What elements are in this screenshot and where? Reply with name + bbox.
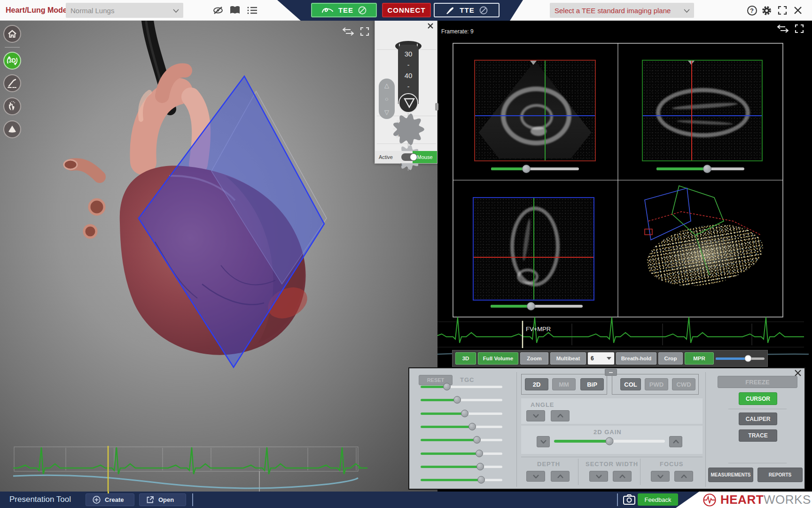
zoom-button[interactable]: Zoom xyxy=(520,352,548,365)
tte-probe-icon xyxy=(445,6,455,15)
create-button[interactable]: Create xyxy=(86,493,134,506)
help-button[interactable]: ? xyxy=(746,5,757,16)
hide-model-icon[interactable] xyxy=(212,5,224,16)
slider-thumb[interactable] xyxy=(606,437,614,445)
gain-label: 2D GAIN xyxy=(593,429,622,436)
crop-button[interactable]: Crop xyxy=(658,352,683,365)
home-view-button[interactable] xyxy=(3,25,21,43)
mode-bip-button[interactable]: BiP xyxy=(580,378,604,390)
viewport-ecg-trace xyxy=(13,447,367,474)
tgc-slider-4[interactable] xyxy=(421,424,502,430)
gain-up-button[interactable] xyxy=(669,436,682,447)
slider-thumb[interactable] xyxy=(473,436,481,444)
slider-thumb[interactable] xyxy=(744,355,751,362)
sector-up-button[interactable] xyxy=(613,471,632,482)
slider-thumb[interactable] xyxy=(461,410,468,417)
settings-button[interactable] xyxy=(761,5,772,16)
chevron-down-icon xyxy=(540,440,547,444)
rotate-3d-button[interactable]: 3D xyxy=(3,52,21,70)
gain-down-button[interactable] xyxy=(537,436,550,447)
fullscreen-button[interactable] xyxy=(777,5,788,16)
slider-thumb[interactable] xyxy=(443,383,451,390)
mode-3d-button[interactable]: 3D xyxy=(455,352,476,365)
tgc-slider-8[interactable] xyxy=(421,477,502,484)
slider-thumb[interactable] xyxy=(476,463,484,470)
mpr-view-3[interactable] xyxy=(473,197,594,301)
slider-thumb[interactable] xyxy=(703,165,711,173)
focus-up-button[interactable] xyxy=(674,471,693,482)
popup-side-pin[interactable] xyxy=(435,103,438,111)
tee-plane-dropdown[interactable]: Select a TEE standard imaging plane xyxy=(550,3,694,18)
red-plane-line[interactable] xyxy=(474,257,593,258)
mode-2d-button[interactable]: 2D xyxy=(525,378,548,390)
probe-tool-button[interactable] xyxy=(3,74,21,92)
us-swap-button[interactable] xyxy=(777,24,789,34)
tee-probe-button[interactable]: TEE xyxy=(311,3,377,17)
connect-button[interactable]: CONNECT xyxy=(382,3,431,17)
mpr2-depth-slider[interactable] xyxy=(656,164,744,174)
tgc-slider-1[interactable] xyxy=(421,384,502,390)
close-app-button[interactable] xyxy=(792,5,804,16)
depth-down-button[interactable] xyxy=(526,471,545,482)
slider-thumb[interactable] xyxy=(468,423,476,430)
mode-cwd-button[interactable]: CWD xyxy=(672,378,695,390)
heart-3d-viewport[interactable] xyxy=(0,21,437,492)
mpr-button[interactable]: MPR xyxy=(685,352,714,365)
slider-thumb[interactable] xyxy=(522,165,531,173)
angle-up-button[interactable] xyxy=(551,410,570,421)
hand-tool-button[interactable] xyxy=(3,97,21,115)
tte-probe-button[interactable]: TTE xyxy=(434,3,500,17)
focus-down-button[interactable] xyxy=(651,471,670,482)
list-icon[interactable] xyxy=(247,5,258,16)
green-plane-line[interactable] xyxy=(545,61,546,160)
blue-plane-line[interactable] xyxy=(643,115,762,116)
sector-down-button[interactable] xyxy=(589,471,608,482)
breath-hold-button[interactable]: Breath-hold xyxy=(616,352,656,365)
us-fullscreen-button[interactable] xyxy=(793,24,805,34)
multibeat-count-select[interactable]: 6 xyxy=(588,352,614,365)
tgc-slider-3[interactable] xyxy=(421,411,502,417)
volume-render-pointcloud[interactable] xyxy=(642,216,768,294)
mode-mm-button[interactable]: MM xyxy=(552,378,576,390)
trace-button[interactable]: TRACE xyxy=(739,429,777,442)
popup-close-button[interactable] xyxy=(426,21,435,31)
mpr-rotation-slider[interactable] xyxy=(716,352,765,365)
measurements-button[interactable]: MEASUREMENTS xyxy=(708,468,753,482)
freeze-button[interactable]: FREEZE xyxy=(718,376,797,388)
full-volume-button[interactable]: Full Volume xyxy=(478,352,518,365)
angle-dial-knob[interactable] xyxy=(398,93,418,113)
mode-col-button[interactable]: COL xyxy=(620,378,641,390)
tgc-slider-5[interactable] xyxy=(421,437,502,444)
gain-slider[interactable] xyxy=(554,437,665,446)
viewport-swap-button[interactable] xyxy=(342,26,354,37)
mpr1-depth-slider[interactable] xyxy=(491,164,579,174)
crop-cone-button[interactable] xyxy=(3,120,21,138)
tgc-slider-2[interactable] xyxy=(421,397,502,404)
mpr-view-1[interactable] xyxy=(474,60,596,161)
tgc-slider-6[interactable] xyxy=(421,451,502,457)
viewport-fullscreen-button[interactable] xyxy=(359,26,371,37)
mpr3-depth-slider[interactable] xyxy=(491,302,583,311)
caliper-button[interactable]: CALIPER xyxy=(739,413,777,425)
tgc-slider-7[interactable] xyxy=(421,464,502,470)
blue-plane-line[interactable] xyxy=(475,115,595,116)
open-button[interactable]: Open xyxy=(139,493,186,506)
multibeat-button[interactable]: Multibeat xyxy=(550,352,586,365)
library-icon[interactable] xyxy=(229,5,241,16)
screenshot-button[interactable] xyxy=(623,494,635,507)
mpr-view-2[interactable] xyxy=(642,60,763,161)
slider-thumb[interactable] xyxy=(527,302,535,310)
green-plane-line[interactable] xyxy=(533,198,534,300)
lung-model-dropdown[interactable]: Normal Lungs xyxy=(66,3,183,18)
red-plane-line[interactable] xyxy=(691,61,692,160)
slider-thumb[interactable] xyxy=(476,450,483,457)
mode-pwd-button[interactable]: PWD xyxy=(645,378,668,390)
slider-thumb[interactable] xyxy=(477,476,485,484)
cursor-button[interactable]: CURSOR xyxy=(739,392,777,405)
depth-up-button[interactable] xyxy=(551,471,570,482)
slider-thumb[interactable] xyxy=(453,396,461,404)
angle-down-button[interactable] xyxy=(526,410,545,421)
reports-button[interactable]: REPORTS xyxy=(757,468,803,482)
feedback-button[interactable]: Feedback xyxy=(638,493,678,506)
active-mouse-toggle[interactable] xyxy=(401,153,417,161)
